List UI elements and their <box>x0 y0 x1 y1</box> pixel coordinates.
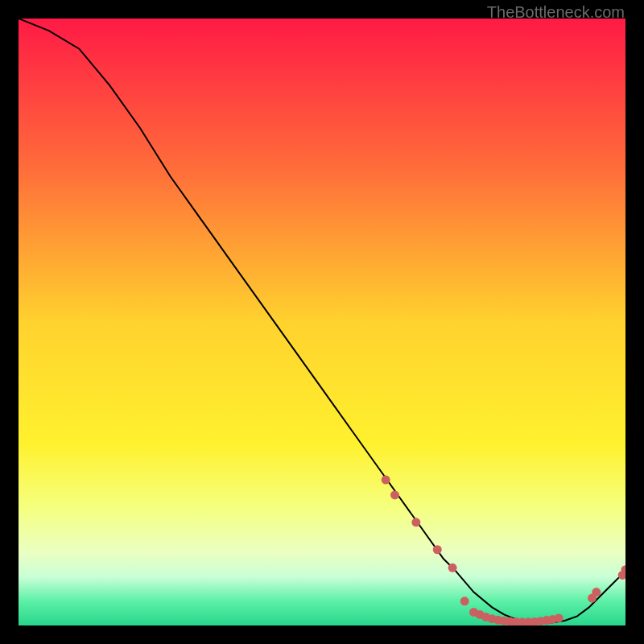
data-marker <box>460 597 469 605</box>
chart-background <box>19 19 625 625</box>
data-marker <box>390 490 399 499</box>
data-marker <box>555 613 564 622</box>
data-marker <box>592 588 601 597</box>
watermark-text: TheBottleneck.com <box>487 3 625 22</box>
data-marker <box>448 564 457 572</box>
data-marker <box>382 476 390 485</box>
data-marker <box>411 518 420 526</box>
data-marker <box>433 545 442 554</box>
chart-plot <box>19 19 625 625</box>
chart-svg <box>19 19 625 625</box>
